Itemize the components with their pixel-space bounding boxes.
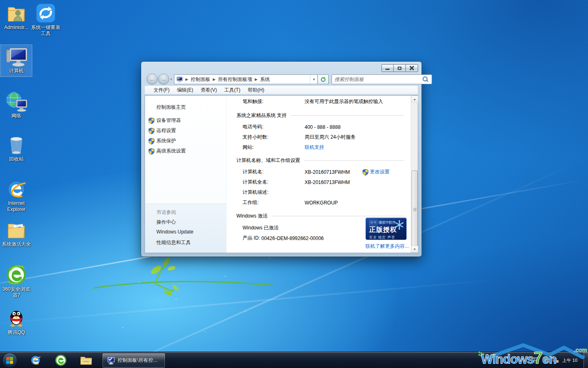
breadcrumb-control-panel[interactable]: 控制面板 — [189, 76, 212, 83]
field-value: 没有可用于此显示器的笔或触控输入 — [305, 98, 383, 105]
sidebar-item-system-protection[interactable]: 系统保护 — [156, 137, 176, 144]
section-title: Windows 激活 — [236, 213, 267, 220]
sidebar-item-windows-update[interactable]: Windows Update — [156, 229, 194, 235]
menu-view[interactable]: 查看(V) — [197, 86, 220, 94]
icon-label: 回收站 — [1, 156, 32, 162]
close-button[interactable] — [406, 64, 418, 72]
search-box[interactable] — [332, 74, 432, 84]
forward-button[interactable]: → — [158, 74, 169, 85]
section-title: 系统之家精品系统 支持 — [236, 112, 287, 119]
start-button[interactable] — [2, 353, 17, 368]
user-folder-icon — [6, 3, 27, 24]
online-support-link[interactable]: 联机支持 — [305, 144, 324, 151]
taskbar-360-browser-button[interactable] — [51, 353, 71, 367]
field-label: 计算机名: — [243, 168, 305, 175]
breadcrumb-system[interactable]: 系统 — [258, 76, 272, 83]
desktop-icon-internet-explorer[interactable]: Internet Explorer — [1, 179, 32, 213]
menu-tools[interactable]: 工具(T) — [220, 86, 244, 94]
sidebar-item-advanced-settings[interactable]: 高级系统设置 — [156, 148, 186, 154]
field-value: 400 - 888 - 8888 — [305, 124, 341, 130]
desktop-icon-computer[interactable]: 计算机 — [1, 45, 32, 76]
uac-shield-icon — [362, 169, 369, 175]
vertical-scrollbar[interactable]: ▲ ▼ — [411, 96, 418, 253]
section-divider — [291, 115, 404, 116]
windows-logo-icon — [6, 357, 13, 364]
maximize-button[interactable] — [394, 64, 406, 72]
sidebar-item-label: 系统保护 — [156, 137, 176, 144]
sidebar-item-label: 远程设置 — [156, 127, 176, 134]
genuine-software-badge[interactable]: 使用 微软®软件 正版授权 安全 稳定 声誉 — [365, 218, 407, 240]
product-id-label: 产品 ID: — [243, 235, 260, 242]
menu-file[interactable]: 文件(F) — [150, 86, 173, 94]
sidebar-item-action-center[interactable]: 操作中心 — [156, 219, 176, 226]
search-input[interactable] — [334, 76, 422, 83]
network-icon[interactable] — [552, 357, 559, 364]
address-dropdown-icon[interactable]: ▾ — [310, 75, 317, 84]
desktop-icon-administrator[interactable]: Administr... — [1, 3, 32, 31]
icon-label: 360安全浏览器7 — [1, 286, 32, 298]
scroll-down-button[interactable]: ▼ — [411, 246, 418, 253]
taskbar-clock[interactable]: 上午 10 — [562, 358, 577, 363]
system-window: ← → ▾ ▶ 控制面板 ▶ 所有控制面板项 ▶ 系统 ▾ — [141, 61, 422, 257]
product-id-value: 00426-OEM-8992662-00006 — [261, 236, 324, 241]
folder-icon — [80, 355, 93, 366]
support-hours-row: 支持小时数: 周日至周六 24小时服务 — [227, 132, 411, 142]
support-section-header: 系统之家精品系统 支持 — [227, 111, 411, 119]
pen-touch-row: 笔和触摸: 没有可用于此显示器的笔或触控输入 — [227, 96, 411, 107]
badge-line1: 微软®软件 — [379, 220, 396, 225]
ie-icon — [29, 355, 42, 366]
refresh-icon — [321, 77, 325, 82]
desktop-icon-tencent-qq[interactable]: 腾讯QQ — [1, 307, 32, 336]
sidebar-item-device-manager[interactable]: 设备管理器 — [156, 117, 181, 123]
menu-edit[interactable]: 编辑(E) — [173, 86, 197, 94]
field-value: XB-20160713FWHM — [305, 180, 350, 185]
minimize-button[interactable] — [381, 64, 394, 72]
activation-status: Windows 已激活 — [243, 224, 278, 231]
change-settings-link[interactable]: 更改设置 — [362, 168, 390, 175]
computer-description-row: 计算机描述: — [227, 187, 411, 197]
action-center-icon[interactable] — [533, 357, 539, 364]
desktop-icon-activation-collection[interactable]: 系统激活大全 — [1, 220, 32, 247]
volume-icon[interactable] — [543, 357, 549, 364]
address-bar[interactable]: ▶ 控制面板 ▶ 所有控制面板项 ▶ 系统 ▾ — [174, 74, 318, 84]
scrollbar-thumb[interactable] — [412, 171, 418, 248]
folder-documents-icon — [6, 220, 27, 240]
section-divider — [272, 216, 404, 216]
section-divider — [304, 160, 404, 161]
show-desktop-button[interactable] — [584, 352, 588, 368]
taskbar: 控制面板\所有控... 上午 10 — [0, 352, 588, 368]
taskbar-explorer-button[interactable] — [76, 353, 96, 367]
sidebar-item-remote-settings[interactable]: 远程设置 — [156, 127, 176, 134]
taskbar-active-window-button[interactable]: 控制面板\所有控... — [102, 353, 165, 368]
uac-shield-icon — [148, 138, 155, 144]
back-button[interactable]: ← — [147, 74, 158, 85]
icon-label: 系统激活大全 — [1, 241, 32, 247]
system-window-icon — [106, 357, 115, 365]
desktop-icon-recycle-bin[interactable]: 回收站 — [1, 135, 32, 162]
sidebar: 控制面板主页 设备管理器 远程设置 系统保护 高级系统设置 — [145, 96, 227, 253]
refresh-button[interactable] — [318, 74, 329, 84]
desktop-icon-360-browser[interactable]: 360安全浏览器7 — [1, 264, 32, 298]
history-dropdown-icon[interactable]: ▾ — [170, 77, 172, 81]
desktop-icon-network[interactable]: 网络 — [1, 91, 32, 119]
window-client-area: 控制面板主页 设备管理器 远程设置 系统保护 高级系统设置 — [145, 95, 418, 253]
learn-more-link[interactable]: 联机了解更多内容... — [365, 243, 409, 250]
section-title: 计算机名称、域和工作组设置 — [236, 157, 300, 164]
sidebar-item-control-panel-home[interactable]: 控制面板主页 — [156, 104, 186, 111]
sidebar-item-performance-tools[interactable]: 性能信息和工具 — [156, 239, 191, 246]
breadcrumb-arrow-icon: ▶ — [185, 77, 189, 81]
field-label: 工作组: — [243, 199, 305, 206]
scroll-up-button[interactable]: ▲ — [411, 96, 418, 103]
maximize-icon — [398, 67, 401, 70]
breadcrumb-all-items[interactable]: 所有控制面板项 — [216, 76, 254, 83]
field-label: 网站: — [243, 144, 305, 151]
title-bar[interactable] — [141, 62, 421, 73]
see-also-header: 另请参阅 — [156, 209, 176, 216]
qq-penguin-icon — [6, 307, 27, 329]
network-icon — [5, 91, 28, 112]
taskbar-ie-button[interactable] — [25, 353, 46, 367]
recycle-bin-icon — [6, 135, 27, 155]
breadcrumb-arrow-icon: ▶ — [212, 77, 216, 81]
menu-help[interactable]: 帮助(H) — [244, 86, 268, 94]
desktop-icon-reinstall-tool[interactable]: 系统一键重装工具 — [30, 2, 61, 37]
